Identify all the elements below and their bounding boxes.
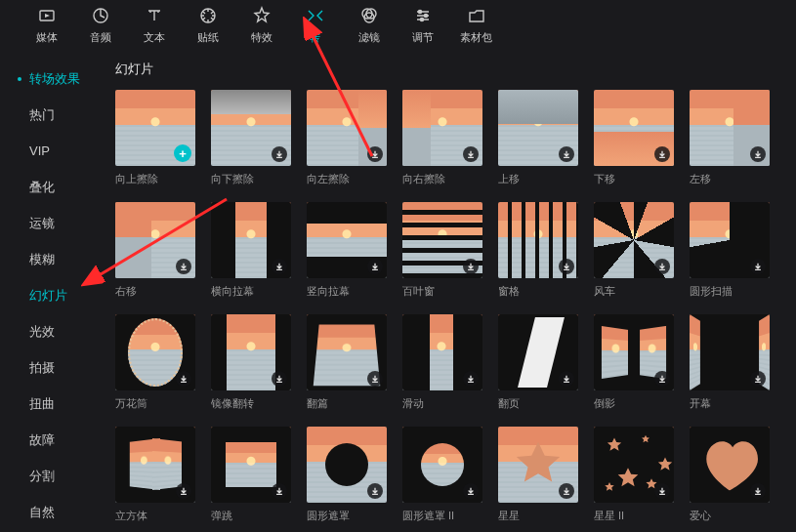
thumbnail[interactable] [498, 314, 578, 390]
transition-circle-scan[interactable]: 圆形扫描 [690, 202, 770, 299]
thumbnail[interactable] [690, 202, 770, 278]
download-icon[interactable] [750, 483, 766, 499]
sidebar-item-叠化[interactable]: 叠化 [0, 169, 102, 205]
thumbnail[interactable] [115, 202, 195, 278]
download-icon[interactable] [654, 146, 670, 162]
tool-sticker[interactable]: 贴纸 [181, 0, 234, 51]
download-icon[interactable] [750, 371, 766, 387]
thumbnail[interactable] [498, 90, 578, 166]
sidebar-item-自然[interactable]: 自然 [0, 494, 102, 530]
download-icon[interactable] [750, 259, 766, 274]
download-icon[interactable] [559, 371, 574, 387]
transition-circle-mask-2[interactable]: 圆形遮罩 II [402, 427, 482, 523]
transition-wipe-up[interactable]: +向上擦除 [115, 90, 195, 186]
download-icon[interactable] [272, 483, 287, 499]
transition-wipe-down[interactable]: 向下擦除 [211, 90, 291, 186]
thumbnail[interactable] [211, 314, 291, 390]
thumbnail[interactable] [594, 202, 674, 278]
download-icon[interactable] [272, 259, 287, 274]
thumbnail[interactable] [498, 202, 578, 278]
transition-blinds[interactable]: 百叶窗 [402, 202, 482, 299]
download-icon[interactable] [559, 146, 574, 162]
sidebar-header[interactable]: 转场效果 [0, 61, 102, 97]
thumbnail[interactable] [115, 314, 195, 390]
thumbnail[interactable] [594, 314, 674, 390]
tool-media[interactable]: 媒体 [20, 0, 73, 51]
thumbnail[interactable] [115, 427, 195, 503]
thumbnail[interactable]: + [115, 90, 195, 166]
download-icon[interactable] [654, 371, 670, 387]
download-icon[interactable] [654, 259, 670, 274]
transition-curtain-open[interactable]: 开幕 [690, 314, 770, 411]
tool-assets[interactable]: 素材包 [449, 0, 503, 51]
sidebar-item-拍摄[interactable]: 拍摄 [0, 349, 102, 386]
transition-star-2[interactable]: 星星 II [594, 427, 674, 523]
sidebar-item-分割[interactable]: 分割 [0, 458, 102, 494]
thumbnail[interactable] [307, 202, 387, 278]
transition-h-curtain[interactable]: 横向拉幕 [211, 202, 291, 299]
thumbnail[interactable] [402, 90, 482, 166]
transition-circle-mask[interactable]: 圆形遮罩 [307, 427, 387, 523]
transition-wipe-left[interactable]: 向左擦除 [307, 90, 387, 186]
tool-filter[interactable]: 滤镜 [342, 0, 396, 51]
thumbnail[interactable] [307, 427, 387, 503]
sidebar-item-光效[interactable]: 光效 [0, 313, 102, 349]
thumbnail[interactable] [211, 427, 291, 503]
tool-effect[interactable]: 特效 [234, 0, 288, 51]
transition-star[interactable]: 星星 [498, 427, 578, 523]
transition-grid[interactable]: 窗格 [498, 202, 578, 299]
sidebar-item-VIP[interactable]: VIP [0, 133, 102, 169]
transition-kaleido[interactable]: 万花筒 [115, 314, 195, 411]
tool-text[interactable]: 文本 [127, 0, 181, 51]
transition-page-turn[interactable]: 翻页 [498, 314, 578, 411]
download-icon[interactable] [463, 371, 479, 387]
transition-v-curtain[interactable]: 竖向拉幕 [307, 202, 387, 299]
transition-windmill[interactable]: 风车 [594, 202, 674, 299]
thumbnail[interactable] [594, 90, 674, 166]
transition-move-right[interactable]: 右移 [115, 202, 195, 299]
tool-audio[interactable]: 音频 [73, 0, 127, 51]
transition-cube[interactable]: 立方体 [115, 427, 195, 523]
transition-flip-book[interactable]: 翻篇 [307, 314, 387, 411]
download-icon[interactable] [463, 146, 479, 162]
download-icon[interactable] [367, 259, 383, 274]
download-icon[interactable] [463, 483, 479, 499]
transition-wipe-right[interactable]: 向右擦除 [402, 90, 482, 186]
sidebar-item-运镜[interactable]: 运镜 [0, 205, 102, 241]
download-icon[interactable] [367, 146, 383, 162]
thumbnail[interactable] [307, 90, 387, 166]
thumbnail[interactable] [402, 314, 482, 390]
add-icon[interactable]: + [174, 144, 191, 162]
download-icon[interactable] [176, 259, 191, 274]
transition-heart[interactable]: 爱心 [690, 427, 770, 523]
transition-move-down[interactable]: 下移 [594, 90, 674, 186]
thumbnail[interactable] [402, 427, 482, 503]
thumbnail[interactable] [498, 427, 578, 503]
sidebar-item-故障[interactable]: 故障 [0, 422, 102, 458]
download-icon[interactable] [176, 371, 191, 387]
download-icon[interactable] [559, 483, 574, 499]
transition-mirror-flip[interactable]: 镜像翻转 [211, 314, 291, 411]
transition-slide[interactable]: 滑动 [402, 314, 482, 411]
thumbnail[interactable] [594, 427, 674, 503]
tool-adjust[interactable]: 调节 [396, 0, 449, 51]
sidebar-item-扭曲[interactable]: 扭曲 [0, 386, 102, 422]
thumbnail[interactable] [307, 314, 387, 390]
download-icon[interactable] [463, 259, 479, 274]
download-icon[interactable] [272, 146, 287, 162]
transition-move-left[interactable]: 左移 [690, 90, 770, 186]
download-icon[interactable] [272, 371, 287, 387]
thumbnail[interactable] [402, 202, 482, 278]
transition-move-up[interactable]: 上移 [498, 90, 578, 186]
download-icon[interactable] [750, 146, 766, 162]
download-icon[interactable] [367, 483, 383, 499]
download-icon[interactable] [654, 483, 670, 499]
transition-fold-back[interactable]: 倒影 [594, 314, 674, 411]
download-icon[interactable] [559, 259, 574, 274]
thumbnail[interactable] [690, 90, 770, 166]
sidebar-item-幻灯片[interactable]: 幻灯片 [0, 277, 102, 313]
thumbnail[interactable] [211, 202, 291, 278]
thumbnail[interactable] [690, 427, 770, 503]
thumbnail[interactable] [211, 90, 291, 166]
tool-transition[interactable]: 转 [288, 0, 342, 51]
